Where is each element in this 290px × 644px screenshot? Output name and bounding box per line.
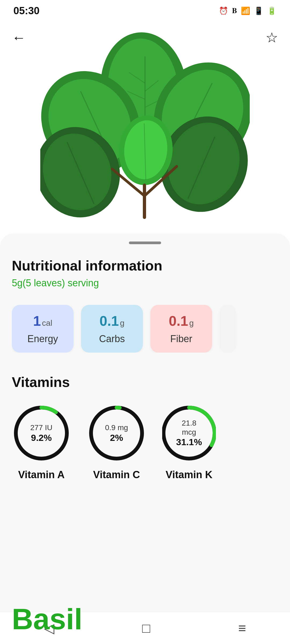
serving-size: 5g(5 leaves) serving [12,277,278,289]
vitamin-c-circle: 0.9 mg 2% [87,404,146,463]
carbs-card: 0.1 g Carbs [81,305,143,353]
vitamin-c-item: 0.9 mg 2% Vitamin C [87,404,146,481]
vitamins-row: 277 IU 9.2% Vitamin A 0.9 mg 2% [12,404,278,481]
fiber-card: 0.1 g Fiber [150,305,212,353]
bottom-sheet: Nutritional information 5g(5 leaves) ser… [0,233,290,644]
energy-unit: cal [42,319,52,328]
vitamin-k-item: 21.8 mcg 31.1% Vitamin K [162,404,216,481]
carbs-value-row: 0.1 g [100,313,125,329]
status-bar: 05:30 ⏰ 𝐁 📶 📱 🔋 [0,0,290,21]
battery-icon: 🔋 [267,6,277,15]
vitamin-a-name: Vitamin A [18,469,64,481]
vitamin-c-name: Vitamin C [93,469,140,481]
vitamin-k-percent: 31.1% [176,437,202,448]
fiber-unit: g [189,319,194,328]
vitamin-a-amount: 277 IU [30,423,53,432]
nav-menu-button[interactable]: ≡ [238,620,246,636]
back-button[interactable]: ← [12,30,26,46]
vitamin-c-center: 0.9 mg 2% [105,423,128,443]
favorite-button[interactable]: ☆ [266,30,278,46]
signal-icon: 📱 [254,6,263,15]
extra-card-partial [220,305,236,353]
fiber-value: 0.1 [169,313,188,329]
wifi-icon: 📶 [241,6,250,15]
nav-home-button[interactable]: □ [142,620,150,636]
vitamin-c-percent: 2% [110,432,123,443]
vitamin-a-circle: 277 IU 9.2% [12,404,71,463]
vitamins-section: Vitamins 277 IU 9.2% Vitamin A [12,374,278,481]
status-time: 05:30 [13,5,39,17]
plant-name: Basil [12,602,82,636]
energy-card: 1 cal Energy [12,305,74,353]
vitamin-c-amount: 0.9 mg [105,423,128,432]
vitamins-title: Vitamins [12,374,278,390]
energy-value: 1 [33,313,41,329]
energy-value-row: 1 cal [33,313,52,329]
carbs-unit: g [120,319,125,328]
alarm-icon: ⏰ [219,6,228,15]
nutritional-title: Nutritional information [12,258,278,274]
sheet-handle[interactable] [129,241,161,244]
fiber-label: Fiber [170,333,192,345]
fiber-value-row: 0.1 g [169,313,194,329]
vitamin-a-center: 277 IU 9.2% [30,423,53,443]
vitamin-k-name: Vitamin K [166,469,213,481]
nutritional-section: Nutritional information 5g(5 leaves) ser… [12,258,278,353]
basil-image [40,30,250,233]
carbs-label: Carbs [99,333,125,345]
vitamin-k-amount: 21.8 mcg [174,419,204,437]
nutrient-cards-row: 1 cal Energy 0.1 g Carbs 0.1 g Fiber [12,305,278,353]
vitamin-a-item: 277 IU 9.2% Vitamin A [12,404,71,481]
vitamin-a-percent: 9.2% [31,432,52,443]
hero-image-area [0,0,290,247]
energy-label: Energy [27,333,58,345]
vitamin-k-center: 21.8 mcg 31.1% [174,419,204,448]
bluetooth-icon: 𝐁 [232,6,237,15]
status-icons: ⏰ 𝐁 📶 📱 🔋 [219,6,277,15]
carbs-value: 0.1 [100,313,119,329]
vitamin-k-circle: 21.8 mcg 31.1% [162,404,216,463]
